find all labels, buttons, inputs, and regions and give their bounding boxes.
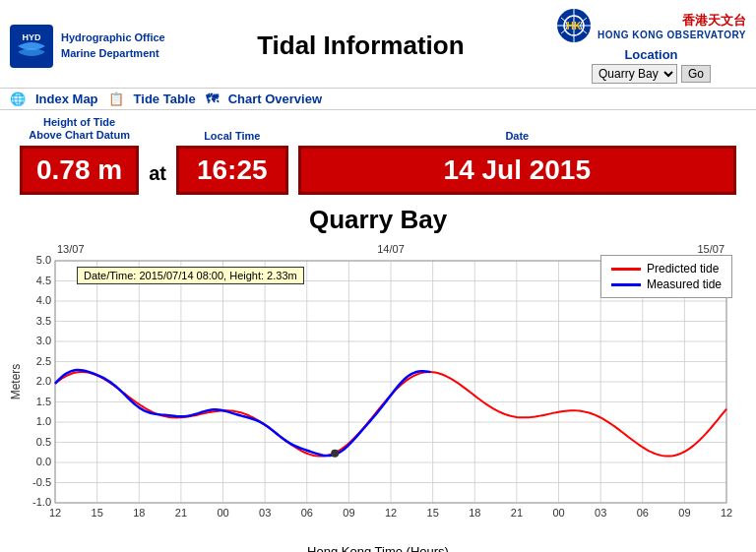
hko-area: HK 香港天文台 Hong Kong Observatory Location …: [556, 8, 746, 84]
x-axis-label: Hong Kong Time (Hours): [0, 544, 756, 552]
title-area: Tidal Information: [257, 31, 464, 61]
location-select-row: Quarry Bay Go: [592, 64, 711, 84]
chart-overview-link[interactable]: Chart Overview: [228, 92, 322, 106]
legend-predicted-label: Predicted tide: [647, 262, 719, 276]
hyd-office-icon: HYD: [10, 25, 53, 68]
org-name: Hydrographic Office Marine Department: [61, 31, 165, 61]
height-label: Height of TideAbove Chart Datum: [20, 116, 139, 142]
date-label: Date: [298, 130, 736, 142]
chart-container: Date/Time: 2015/07/14 08:00, Height: 2.3…: [8, 237, 748, 542]
location-select[interactable]: Quarry Bay: [592, 64, 677, 84]
hko-icon: HK: [556, 8, 592, 43]
legend-measured: Measured tide: [611, 277, 722, 291]
logo-area: HYD Hydrographic Office Marine Departmen…: [10, 25, 165, 68]
legend-predicted: Predicted tide: [611, 262, 722, 276]
date-value: 14 Jul 2015: [298, 146, 736, 195]
header: HYD Hydrographic Office Marine Departmen…: [0, 0, 756, 89]
at-text: at: [149, 162, 166, 195]
svg-text:HK: HK: [567, 21, 582, 31]
legend-predicted-color: [611, 268, 641, 271]
height-value: 0.78 m: [20, 146, 139, 195]
hko-text: 香港天文台 Hong Kong Observatory: [598, 12, 746, 40]
tide-table-link[interactable]: Tide Table: [134, 92, 196, 106]
local-time-label: Local Time: [176, 130, 288, 142]
location-name: Quarry Bay: [0, 201, 756, 237]
svg-text:HYD: HYD: [22, 32, 41, 42]
page-title: Tidal Information: [257, 31, 464, 61]
index-map-link[interactable]: Index Map: [35, 92, 98, 106]
location-label: Location: [592, 47, 711, 62]
hko-logo: HK 香港天文台 Hong Kong Observatory: [556, 8, 746, 43]
location-section: Location Quarry Bay Go: [592, 47, 711, 84]
legend-measured-label: Measured tide: [647, 277, 722, 291]
chart-legend: Predicted tide Measured tide: [600, 255, 732, 298]
go-button[interactable]: Go: [681, 65, 711, 83]
time-value: 16:25: [176, 146, 288, 195]
legend-measured-color: [611, 283, 641, 286]
